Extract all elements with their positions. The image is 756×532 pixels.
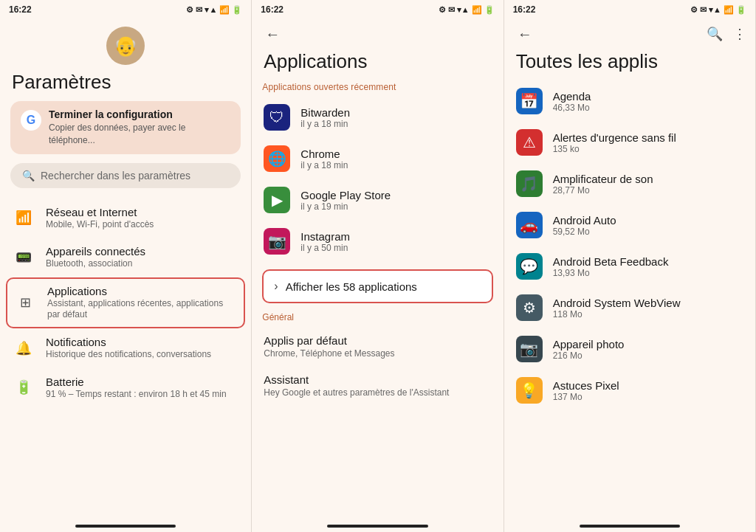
mail-icon-3: ✉ (700, 5, 707, 15)
beta-feedback-info: Android Beta Feedback 13,93 Mo (553, 255, 669, 278)
settings-item-network[interactable]: 📶 Réseau et Internet Mobile, Wi-Fi, poin… (10, 198, 241, 238)
playstore-text: Google Play Store il y a 19 min (300, 189, 391, 212)
signal-icon-2: 📶 (472, 5, 482, 15)
setup-card-title: Terminer la configuration (49, 108, 230, 120)
show-all-button[interactable]: › Afficher les 58 applications (262, 269, 492, 303)
chrome-icon: 🌐 (264, 145, 290, 172)
defaults-title: Applis par défaut (264, 334, 491, 347)
tips-info: Astuces Pixel 137 Mo (553, 379, 619, 402)
settings-item-devices[interactable]: 📟 Appareils connectés Bluetooth, associa… (10, 238, 241, 277)
app-chrome[interactable]: 🌐 Chrome il y a 18 min (262, 138, 492, 179)
general-item-defaults[interactable]: Applis par défaut Chrome, Téléphone et M… (262, 327, 492, 366)
time-1: 16:22 (9, 4, 32, 15)
all-apps-content: Toutes les applis 📅 Agenda 46,33 Mo ⚠ Al… (504, 50, 755, 520)
webview-size: 118 Mo (553, 309, 681, 319)
wifi-icon-2: ▾▲ (457, 5, 470, 15)
mail-icon: ✉ (196, 5, 202, 15)
webview-info: Android System WebView 118 Mo (553, 297, 681, 319)
amplifier-size: 28,77 Mo (553, 185, 653, 196)
search-placeholder: Rechercher dans les paramètres (41, 170, 190, 182)
settings-icon: ⚙ (186, 5, 193, 15)
more-options-button[interactable]: ⋮ (733, 26, 746, 42)
panel-applications: 16:22 ⚙ ✉ ▾▲ 📶 🔋 ← Applications Applicat… (252, 0, 504, 532)
wifi-icon: ▾▲ (205, 5, 217, 15)
app-tips[interactable]: 💡 Astuces Pixel 137 Mo (515, 370, 745, 411)
app-webview[interactable]: ⚙ Android System WebView 118 Mo (515, 287, 745, 328)
devices-icon: 📟 (12, 246, 35, 269)
chrome-time: il y a 18 min (300, 160, 348, 170)
setup-card-text: Terminer la configuration Copier des don… (49, 108, 230, 147)
search-bar[interactable]: 🔍 Rechercher dans les paramètres (10, 163, 241, 188)
agenda-size: 46,33 Mo (553, 103, 591, 113)
battery-icon-3: 🔋 (736, 5, 746, 15)
time-3: 16:22 (513, 4, 536, 15)
webview-name: Android System WebView (553, 297, 681, 309)
applications-title: Applications (262, 50, 492, 73)
app-camera[interactable]: 📷 Appareil photo 216 Mo (515, 328, 745, 370)
emergency-icon: ⚠ (516, 129, 543, 156)
beta-feedback-name: Android Beta Feedback (553, 255, 669, 268)
instagram-icon: 📷 (264, 228, 290, 255)
amplifier-icon: 🎵 (516, 170, 543, 197)
defaults-subtitle: Chrome, Téléphone et Messages (264, 348, 491, 359)
playstore-time: il y a 19 min (300, 201, 391, 212)
network-text: Réseau et Internet Mobile, Wi-Fi, point … (46, 206, 154, 231)
app-agenda[interactable]: 📅 Agenda 46,33 Mo (515, 80, 745, 122)
wifi-icon-3: ▾▲ (709, 5, 721, 15)
time-2: 16:22 (261, 4, 284, 15)
nav-bar-2: ← (252, 19, 503, 50)
status-icons-2: ⚙ ✉ ▾▲ 📶 🔋 (439, 5, 495, 15)
playstore-icon: ▶ (264, 187, 290, 213)
assistant-title: Assistant (264, 373, 491, 386)
app-amplifier[interactable]: 🎵 Amplificateur de son 28,77 Mo (515, 163, 745, 204)
status-icons-3: ⚙ ✉ ▾▲ 📶 🔋 (690, 5, 746, 15)
setup-card[interactable]: G Terminer la configuration Copier des d… (10, 101, 241, 154)
general-item-assistant[interactable]: Assistant Hey Google et autres paramètre… (262, 366, 492, 405)
chevron-right-icon: › (274, 280, 278, 293)
network-title: Réseau et Internet (46, 206, 154, 218)
settings-item-applications[interactable]: ⊞ Applications Assistant, applications r… (6, 277, 245, 328)
applications-content: Applications Applications ouvertes récem… (252, 50, 503, 520)
notifications-icon: 🔔 (12, 336, 35, 360)
camera-icon: 📷 (516, 336, 543, 362)
app-beta-feedback[interactable]: 💬 Android Beta Feedback 13,93 Mo (515, 246, 745, 287)
back-button-2[interactable]: ← (261, 22, 284, 46)
app-playstore[interactable]: ▶ Google Play Store il y a 19 min (262, 179, 492, 221)
bottom-indicator-1 (75, 525, 176, 528)
devices-text: Appareils connectés Bluetooth, associati… (46, 245, 145, 270)
apps-subtitle: Assistant, applications récentes, applic… (47, 298, 238, 321)
app-instagram[interactable]: 📷 Instagram il y a 50 min (262, 221, 492, 262)
settings-item-notifications[interactable]: 🔔 Notifications Historique des notificat… (10, 328, 241, 368)
app-android-auto[interactable]: 🚗 Android Auto 59,52 Mo (515, 204, 745, 246)
devices-title: Appareils connectés (46, 245, 145, 258)
back-button-3[interactable]: ← (513, 22, 537, 46)
settings-item-battery[interactable]: 🔋 Batterie 91 % – Temps restant : enviro… (10, 368, 241, 408)
app-emergency[interactable]: ⚠ Alertes d'urgence sans fil 135 ko (515, 122, 745, 163)
android-auto-icon: 🚗 (516, 212, 543, 238)
status-bar-2: 16:22 ⚙ ✉ ▾▲ 📶 🔋 (252, 0, 503, 19)
battery-icon: 🔋 (232, 5, 242, 15)
app-bitwarden[interactable]: 🛡 Bitwarden il y a 18 min (262, 97, 492, 138)
beta-feedback-size: 13,93 Mo (553, 268, 669, 278)
search-apps-button[interactable]: 🔍 (707, 26, 723, 42)
tips-name: Astuces Pixel (553, 379, 619, 392)
settings-title: Paramètres (10, 71, 241, 94)
panel-settings: 16:22 ⚙ ✉ ▾▲ 📶 🔋 👴 Paramètres G Terminer… (0, 0, 252, 532)
bottom-indicator-2 (327, 525, 427, 528)
instagram-name: Instagram (300, 230, 350, 243)
setup-card-subtitle: Copier des données, payer avec le téléph… (49, 122, 230, 147)
status-bar-1: 16:22 ⚙ ✉ ▾▲ 📶 🔋 (0, 0, 251, 19)
avatar-container: 👴 (10, 19, 241, 71)
apps-title: Applications (47, 285, 238, 297)
panel-all-apps: 16:22 ⚙ ✉ ▾▲ 📶 🔋 ← 🔍 ⋮ Toutes les applis… (504, 0, 756, 532)
bitwarden-text: Bitwarden il y a 18 min (300, 106, 350, 129)
agenda-info: Agenda 46,33 Mo (553, 90, 591, 113)
panel3-nav: ← 🔍 ⋮ (504, 19, 755, 50)
android-auto-info: Android Auto 59,52 Mo (553, 214, 616, 237)
show-all-label: Afficher les 58 applications (286, 280, 417, 293)
agenda-icon: 📅 (516, 88, 543, 114)
bitwarden-icon: 🛡 (264, 104, 290, 131)
assistant-subtitle: Hey Google et autres paramètres de l'Ass… (264, 387, 491, 398)
chrome-name: Chrome (300, 148, 348, 160)
devices-subtitle: Bluetooth, association (46, 258, 145, 270)
